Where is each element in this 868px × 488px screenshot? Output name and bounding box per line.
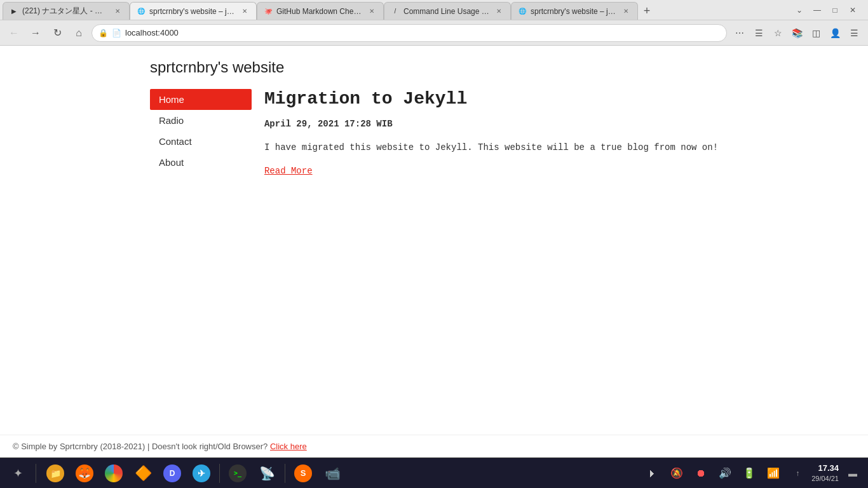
tab-2-favicon: 🌐 — [137, 7, 146, 16]
content-layout: Home Radio Contact About — [150, 89, 718, 176]
firefox-icon: 🦊 — [76, 464, 93, 482]
footer-browser-notice: Doesn't look right/Old Browser? — [152, 442, 268, 451]
sidebar-link-contact[interactable]: Contact — [150, 131, 252, 152]
pocket-button[interactable]: ☰ — [750, 24, 768, 42]
sidebar-item-home[interactable]: Home — [150, 89, 252, 110]
tab-4-favicon: / — [391, 7, 400, 16]
tab-5-close[interactable]: ✕ — [621, 6, 631, 17]
taskbar-separator-2 — [219, 464, 220, 483]
sublime-icon: S — [294, 464, 312, 482]
tab-4-label: Command Line Usage | Je — [403, 7, 490, 16]
show-desktop-button[interactable]: ▬ — [843, 463, 863, 484]
chrome-icon — [105, 464, 123, 482]
security-icon: 🔒 — [98, 29, 108, 37]
site-container: sprtcrnbry's website Home Radio Contact — [137, 46, 731, 435]
post-date: April 29, 2021 17:28 WIB — [264, 119, 718, 129]
wifi-icon[interactable]: 📶 — [763, 463, 783, 484]
taskbar-network-app[interactable]: 📡 — [253, 459, 281, 487]
tab-1-close[interactable]: ✕ — [112, 6, 123, 17]
tab-3[interactable]: 🐙 GitHub Markdown Cheatsheet · a ✕ — [257, 2, 384, 20]
taskbar-chrome[interactable] — [100, 459, 128, 487]
home-button[interactable]: ⌂ — [70, 24, 88, 42]
volume-icon[interactable]: 🔊 — [715, 463, 735, 484]
site-footer: © Simple by Sprtcrnbry (2018-2021) | Doe… — [0, 435, 868, 458]
clock-date: 29/04/21 — [811, 474, 839, 483]
tab-3-close[interactable]: ✕ — [367, 6, 377, 17]
file-manager-icon: 📁 — [46, 464, 64, 482]
tab-1[interactable]: ▶ (221) ナユタン星人 - エイリ ✕ — [3, 2, 130, 20]
clock-time: 17.34 — [811, 463, 839, 474]
sidebar-link-home[interactable]: Home — [150, 89, 252, 110]
sidebar-item-about[interactable]: About — [150, 152, 252, 173]
taskbar-file-manager[interactable]: 📁 — [41, 459, 69, 487]
tab-5-label: sprtcrnbry's website – just an — [531, 7, 617, 16]
site-title: sprtcrnbry's website — [150, 58, 718, 76]
read-more-link[interactable]: Read More — [264, 166, 313, 176]
address-bar[interactable]: 🔒 📄 localhost:4000 — [92, 24, 727, 42]
activities-button[interactable]: ✦ — [5, 461, 31, 486]
network-app-icon: 📡 — [259, 466, 275, 481]
library-button[interactable]: 📚 — [788, 24, 806, 42]
taskbar-screencast[interactable]: 📹 — [318, 459, 346, 487]
refresh-button[interactable]: ↻ — [48, 24, 66, 42]
tab-1-label: (221) ナユタン星人 - エイリ — [22, 6, 109, 17]
taskbar-telegram[interactable]: ✈ — [187, 459, 215, 487]
sidebar-item-contact[interactable]: Contact — [150, 131, 252, 152]
new-tab-button[interactable]: + — [638, 2, 656, 20]
notification-icon[interactable]: 🔕 — [667, 463, 687, 484]
sidebar-link-about[interactable]: About — [150, 152, 252, 173]
tabs-container: ▶ (221) ナユタン星人 - エイリ ✕ 🌐 sprtcrnbry's we… — [3, 0, 787, 20]
taskbar-terminal[interactable]: >_ — [224, 459, 252, 487]
recording-icon[interactable]: ⏺ — [691, 463, 711, 484]
main-content: Migration to Jekyll April 29, 2021 17:28… — [252, 89, 718, 176]
menu-button[interactable]: ☰ — [845, 24, 863, 42]
media-play-icon[interactable]: ⏵ — [642, 463, 663, 484]
browser-window: ▶ (221) ナユタン星人 - エイリ ✕ 🌐 sprtcrnbry's we… — [0, 0, 868, 488]
taskbar-firefox[interactable]: 🦊 — [71, 459, 98, 487]
battery-icon[interactable]: 🔋 — [739, 463, 759, 484]
sidebar-toggle[interactable]: ◫ — [807, 24, 825, 42]
tabs-dropdown[interactable]: ⌄ — [792, 3, 807, 18]
footer-click-here[interactable]: Click here — [270, 442, 307, 451]
tab-2[interactable]: 🌐 sprtcrnbry's website – just an ✕ — [130, 2, 257, 20]
tab-3-label: GitHub Markdown Cheatsheet · a — [276, 7, 363, 16]
screencast-icon: 📹 — [325, 466, 341, 481]
system-tray: ⏵ 🔕 ⏺ 🔊 🔋 📶 ↑ 17.34 29/04/21 ▬ — [642, 463, 863, 484]
bookmark-button[interactable]: ☆ — [769, 24, 787, 42]
terminal-icon: >_ — [229, 464, 247, 482]
taskbar-separator-3 — [285, 464, 285, 483]
tab-1-favicon: ▶ — [10, 7, 18, 16]
taskbar-sublime[interactable]: S — [289, 459, 317, 487]
taskbar: ✦ 📁 🦊 🔶 D ✈ — [0, 458, 868, 488]
post-title: Migration to Jekyll — [264, 89, 718, 109]
maximize-button[interactable]: □ — [827, 3, 843, 18]
taskbar-vlc[interactable]: 🔶 — [129, 459, 157, 487]
discord-icon: D — [163, 464, 181, 482]
nav-bar: ← → ↻ ⌂ 🔒 📄 localhost:4000 ⋯ ☰ ☆ 📚 ◫ 👤 ☰ — [0, 20, 868, 46]
sidebar-item-radio[interactable]: Radio — [150, 110, 252, 131]
minimize-button[interactable]: — — [810, 3, 825, 18]
tab-5-favicon: 🌐 — [518, 7, 527, 16]
sync-button[interactable]: 👤 — [826, 24, 844, 42]
url-display: localhost:4000 — [125, 28, 720, 37]
sidebar-nav: Home Radio Contact About — [150, 89, 252, 173]
forward-button[interactable]: → — [27, 24, 44, 42]
close-window-button[interactable]: ✕ — [845, 3, 860, 18]
tab-4[interactable]: / Command Line Usage | Je ✕ — [384, 2, 511, 20]
page-content: sprtcrnbry's website Home Radio Contact — [0, 46, 868, 458]
telegram-icon: ✈ — [193, 464, 210, 482]
post-excerpt: I have migrated this website to Jekyll. … — [264, 140, 718, 154]
tab-5[interactable]: 🌐 sprtcrnbry's website – just an ✕ — [511, 2, 638, 20]
taskbar-discord[interactable]: D — [158, 459, 186, 487]
tab-4-close[interactable]: ✕ — [494, 6, 504, 17]
system-clock[interactable]: 17.34 29/04/21 — [811, 463, 839, 483]
back-button[interactable]: ← — [5, 24, 23, 42]
tab-controls: ⌄ — □ ✕ — [787, 3, 865, 18]
taskbar-apps: 📁 🦊 🔶 D ✈ >_ — [41, 459, 346, 487]
up-arrow-icon[interactable]: ↑ — [787, 463, 808, 484]
vlc-icon: 🔶 — [135, 465, 152, 482]
extensions-button[interactable]: ⋯ — [731, 24, 749, 42]
tab-2-close[interactable]: ✕ — [240, 6, 250, 17]
footer-copyright: © Simple by Sprtcrnbry (2018-2021) | — [13, 442, 149, 451]
sidebar-link-radio[interactable]: Radio — [150, 110, 252, 131]
